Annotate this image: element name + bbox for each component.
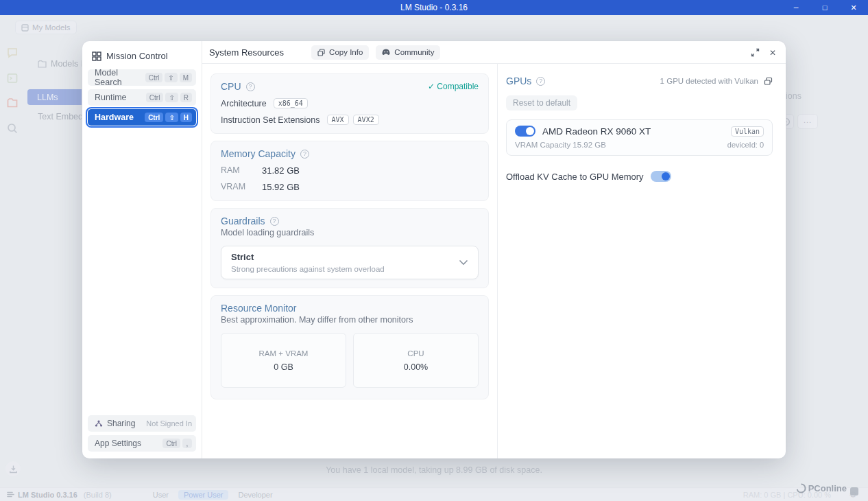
architecture-value: x86_64	[274, 98, 308, 108]
my-models-button[interactable]: My Models	[15, 21, 77, 34]
cpu-monitor-value: 0.00%	[404, 362, 428, 372]
guardrails-subtitle: Model loading guardrails	[221, 228, 479, 237]
folder-icon[interactable]	[6, 97, 19, 109]
sidebar-item-hardware[interactable]: Hardware Ctrl ⇧ H	[88, 109, 196, 126]
more-options-button[interactable]: ...	[797, 114, 818, 129]
grid-icon	[92, 51, 101, 61]
panel-header: System Resources Copy Info Community	[202, 41, 786, 64]
copy-icon	[317, 49, 325, 56]
cpu-monitor: CPU 0.00%	[353, 333, 479, 388]
terminal-icon[interactable]	[6, 72, 19, 84]
panel-title: System Resources	[209, 47, 284, 58]
my-models-label: My Models	[32, 23, 71, 32]
key-r: R	[180, 93, 192, 102]
screen: LM Studio - 0.3.16	[0, 0, 868, 501]
left-navigation-rail	[0, 15, 25, 468]
sidebar-item-app-settings[interactable]: App Settings Ctrl ,	[88, 435, 196, 452]
disk-usage-status: You have 1 local model, taking up 8.99 G…	[0, 465, 868, 475]
memory-capacity-card: Memory Capacity RAM 31.82 GB VRAM 15.92 …	[210, 141, 489, 201]
help-icon[interactable]	[300, 150, 309, 159]
window-close-button[interactable]	[839, 0, 868, 15]
instruction-set-label: Instruction Set Extensions	[221, 115, 320, 125]
gpu-api-badge: Vulkan	[731, 126, 764, 137]
resource-monitor-card: Resource Monitor Best approximation. May…	[210, 295, 489, 399]
statusbar-build: (Build 8)	[84, 491, 112, 499]
window-titlebar: LM Studio - 0.3.16	[0, 0, 868, 15]
gpu-enable-toggle[interactable]	[515, 126, 535, 137]
sidebar-item-llms[interactable]: LLMs	[27, 89, 91, 105]
key-ctrl: Ctrl	[162, 439, 180, 448]
mission-control-title: Mission Control	[106, 51, 168, 61]
ram-vram-monitor: RAM + VRAM 0 GB	[221, 333, 346, 388]
sidebar-item-model-search[interactable]: Model Search Ctrl ⇧ M	[88, 69, 196, 86]
pconline-logo	[796, 483, 806, 493]
copy-icon[interactable]	[764, 77, 773, 86]
key-m: M	[180, 73, 192, 82]
key-ctrl: Ctrl	[145, 73, 163, 82]
ram-label: RAM	[221, 165, 262, 176]
mission-control-header: Mission Control	[88, 48, 196, 69]
offload-kv-cache-label: Offload KV Cache to GPU Memory	[506, 172, 644, 182]
community-icon	[382, 49, 390, 56]
window-minimize-button[interactable]	[782, 0, 810, 15]
key-h: H	[180, 113, 192, 122]
gpus-column: GPUs 1 GPU detected with Vulkan Reset to…	[498, 64, 786, 458]
sharing-icon	[95, 419, 103, 428]
downloads-button[interactable]	[5, 461, 21, 476]
left-column: CPU ✓ Compatible Architecture x86_64 Ins…	[202, 64, 497, 458]
download-icon	[9, 465, 18, 474]
key-ctrl: Ctrl	[145, 113, 163, 122]
mission-control-sidebar: Mission Control Model Search Ctrl ⇧ M Ru…	[82, 41, 202, 458]
key-ctrl: Ctrl	[146, 93, 164, 102]
gpu-name: AMD Radeon RX 9060 XT	[542, 126, 651, 137]
sidebar-item-runtime[interactable]: Runtime Ctrl ⇧ R	[88, 89, 196, 106]
lmstudio-logo-icon	[7, 491, 14, 498]
system-resources-panel: System Resources Copy Info Community	[202, 41, 786, 458]
help-icon[interactable]	[246, 82, 255, 91]
pconline-logo-box	[850, 487, 858, 496]
key-shift: ⇧	[165, 73, 177, 82]
search-icon[interactable]	[6, 122, 19, 135]
key-comma: ,	[182, 439, 192, 448]
chat-icon[interactable]	[6, 47, 19, 59]
offload-kv-cache-toggle[interactable]	[651, 171, 671, 182]
gpus-title: GPUs	[506, 75, 531, 86]
window-title: LM Studio - 0.3.16	[400, 3, 468, 12]
community-button[interactable]: Community	[376, 45, 440, 60]
guardrails-selected-description: Strong precautions against system overlo…	[231, 265, 459, 273]
help-icon[interactable]	[536, 77, 545, 86]
gpu-device-card: AMD Radeon RX 9060 XT Vulkan VRAM Capaci…	[506, 119, 773, 156]
instruction-avx2: AVX2	[353, 115, 379, 125]
help-icon[interactable]	[270, 217, 279, 226]
memory-capacity-title: Memory Capacity	[221, 148, 296, 159]
copy-info-button[interactable]: Copy Info	[311, 45, 369, 60]
sharing-status: Not Signed In	[146, 419, 192, 428]
vram-label: VRAM	[221, 182, 262, 192]
mode-user[interactable]: User	[153, 491, 169, 499]
key-shift: ⇧	[165, 93, 178, 102]
instruction-avx: AVX	[327, 115, 349, 125]
mode-developer[interactable]: Developer	[238, 491, 272, 499]
mode-power-user[interactable]: Power User	[178, 490, 228, 500]
window-maximize-button[interactable]	[810, 0, 839, 15]
statusbar-app-name: LM Studio 0.3.16	[18, 491, 77, 499]
folder-small-icon	[38, 60, 47, 68]
ram-vram-monitor-label: RAM + VRAM	[259, 349, 309, 358]
reset-to-default-button[interactable]: Reset to default	[506, 95, 577, 110]
guardrails-select[interactable]: Strict Strong precautions against system…	[221, 246, 479, 279]
cpu-title: CPU	[221, 81, 241, 92]
app-status-bar: LM Studio 0.3.16 (Build 8) User Power Us…	[0, 487, 868, 501]
gpu-vram-capacity: VRAM Capacity 15.92 GB	[515, 141, 606, 149]
cpu-monitor-label: CPU	[407, 349, 424, 358]
close-dialog-icon[interactable]	[769, 46, 776, 58]
guardrails-card: Guardrails Model loading guardrails Stri…	[210, 208, 489, 288]
sidebar-item-sharing[interactable]: Sharing Not Signed In	[88, 415, 196, 432]
guardrails-selected-option: Strict	[231, 252, 459, 262]
vram-value: 15.92 GB	[262, 182, 300, 192]
expand-dialog-icon[interactable]	[751, 48, 760, 57]
chevron-down-icon	[459, 259, 468, 266]
key-shift: ⇧	[165, 113, 178, 122]
cpu-card: CPU ✓ Compatible Architecture x86_64 Ins…	[210, 73, 489, 134]
pconline-watermark: PConline	[796, 480, 858, 496]
box-icon	[21, 24, 29, 32]
